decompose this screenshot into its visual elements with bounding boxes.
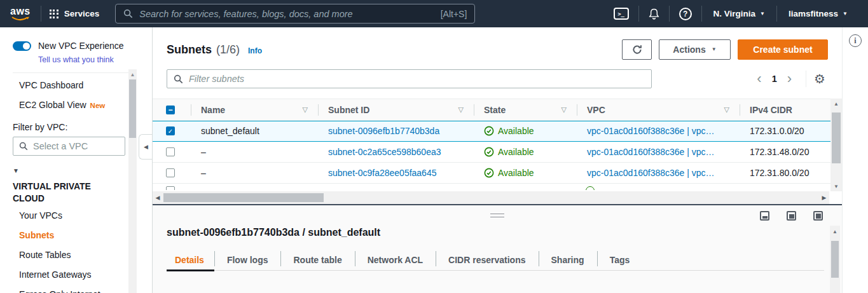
- scroll-up-icon[interactable]: ▲: [830, 226, 840, 235]
- sidebar-scrollbar[interactable]: ▲: [128, 69, 137, 293]
- state-label: Available: [498, 126, 534, 136]
- help-button[interactable]: ?: [670, 8, 701, 20]
- cell-ipv4-cidr: 172.31.80.0/20: [740, 168, 830, 178]
- cloudshell-button[interactable]: >_: [604, 8, 638, 20]
- check-icon: ✓: [168, 128, 173, 135]
- indeterminate-icon: −: [168, 106, 172, 114]
- column-header-vpc[interactable]: VPC ▽: [577, 99, 740, 120]
- sort-icon[interactable]: ▽: [303, 106, 308, 114]
- row-checkbox[interactable]: [166, 168, 175, 177]
- collapse-left-icon: ◀: [144, 144, 148, 150]
- panel-scrollbar[interactable]: ▲: [830, 226, 840, 293]
- region-selector[interactable]: N. Virginia ▼: [702, 9, 776, 18]
- actions-button[interactable]: Actions ▼: [659, 39, 731, 60]
- column-label: State: [484, 105, 506, 115]
- subnets-table: − Name ▽ Subnet ID ▽ State ▽ VPC ▽: [153, 99, 842, 204]
- table-row[interactable]: ✓ subnet_default subnet-0096efb1b7740b3d…: [153, 121, 830, 142]
- sort-icon[interactable]: ▽: [561, 106, 567, 114]
- vpc-filter-select[interactable]: [13, 137, 125, 156]
- scroll-down-icon[interactable]: ▼: [830, 184, 842, 189]
- services-grid-icon: [50, 10, 59, 18]
- global-search-box[interactable]: [Alt+S]: [115, 4, 475, 24]
- filter-subnets-input[interactable]: [189, 74, 645, 84]
- tab-route-table[interactable]: Route table: [280, 249, 354, 271]
- cell-subnet-id-link[interactable]: subnet-0c9fa28ee05faa645: [318, 168, 474, 178]
- previous-page-button[interactable]: ‹: [750, 72, 768, 85]
- sidebar-collapse-button[interactable]: ◀: [139, 134, 153, 160]
- info-icon[interactable]: i: [849, 34, 862, 47]
- next-page-button[interactable]: ›: [781, 72, 798, 85]
- panel-drag-handle[interactable]: [490, 214, 504, 217]
- tab-details[interactable]: Details: [167, 249, 214, 271]
- table-row[interactable]: – subnet-0c9fa28ee05faa645 Available vpc…: [153, 163, 830, 184]
- layout-bottom-half-button[interactable]: [787, 211, 796, 221]
- sidebar-scrollbar-thumb[interactable]: [129, 79, 136, 138]
- tab-flow-logs[interactable]: Flow logs: [214, 249, 281, 271]
- layout-bottom-small-button[interactable]: [760, 211, 769, 221]
- filter-subnets-box[interactable]: [167, 69, 652, 88]
- detail-tabs: Details Flow logs Route table Network AC…: [167, 249, 828, 271]
- column-header-ipv4-cidr[interactable]: IPv4 CIDR: [740, 99, 830, 120]
- tab-cidr-reservations[interactable]: CIDR reservations: [436, 249, 538, 271]
- cell-vpc-link[interactable]: vpc-01ac0d160f388c36e | vpc…: [577, 147, 740, 157]
- panel-scrollbar-thumb[interactable]: [831, 241, 839, 278]
- row-checkbox[interactable]: ✓: [166, 126, 175, 135]
- aws-logo[interactable]: aws: [10, 7, 31, 21]
- vertical-scrollbar[interactable]: ▲ ▼: [830, 99, 842, 191]
- services-label: Services: [64, 9, 100, 18]
- notifications-button[interactable]: [639, 8, 669, 20]
- table-row[interactable]: – subnet-0c2a65ce598b60ea3 Available vpc…: [153, 142, 830, 163]
- tab-network-acl[interactable]: Network ACL: [355, 249, 436, 271]
- horizontal-scrollbar[interactable]: ◀ ▶: [153, 191, 829, 204]
- column-label: VPC: [587, 105, 605, 115]
- available-check-icon: [484, 147, 494, 157]
- cell-subnet-id-link[interactable]: subnet-0c2a65ce598b60ea3: [318, 147, 474, 157]
- ec2-global-view-label: EC2 Global View: [19, 100, 86, 110]
- cell-name: subnet_default: [191, 126, 318, 136]
- feedback-link[interactable]: Tell us what you think: [38, 55, 152, 64]
- cell-vpc-link[interactable]: vpc-01ac0d160f388c36e | vpc…: [577, 168, 740, 178]
- sort-icon[interactable]: ▽: [458, 106, 464, 114]
- services-menu-button[interactable]: Services: [41, 9, 108, 18]
- layout-full-button[interactable]: [813, 211, 823, 221]
- row-checkbox[interactable]: [166, 147, 175, 156]
- column-header-state[interactable]: State ▽: [474, 99, 577, 120]
- sort-icon[interactable]: ▽: [724, 106, 729, 114]
- state-label: Available: [498, 147, 534, 157]
- tab-tags[interactable]: Tags: [597, 249, 643, 271]
- row-checkbox: [166, 186, 175, 190]
- cell-subnet-id-link[interactable]: subnet-0096efb1b7740b3da: [318, 126, 474, 136]
- cell-vpc-link[interactable]: vpc-01ac0d160f388c36e | vpc…: [577, 126, 740, 136]
- new-vpc-experience-toggle[interactable]: [13, 41, 31, 51]
- state-label: Available: [498, 168, 534, 178]
- column-header-name[interactable]: Name ▽: [191, 99, 318, 120]
- tab-sharing[interactable]: Sharing: [539, 249, 597, 271]
- horizontal-scrollbar-thumb[interactable]: [163, 193, 324, 202]
- create-subnet-button[interactable]: Create subnet: [738, 39, 828, 60]
- search-shortcut-hint: [Alt+S]: [441, 9, 467, 19]
- refresh-button[interactable]: [622, 39, 652, 60]
- available-check-icon: [484, 168, 494, 178]
- page-number: 1: [768, 74, 781, 84]
- vpc-filter-input[interactable]: [33, 141, 109, 151]
- info-link[interactable]: Info: [248, 44, 262, 55]
- new-badge: New: [90, 102, 106, 109]
- column-header-subnet-id[interactable]: Subnet ID ▽: [318, 99, 474, 120]
- table-settings-gear-icon[interactable]: ⚙: [814, 71, 828, 86]
- column-label: Subnet ID: [328, 105, 369, 115]
- available-check-icon: [484, 126, 494, 136]
- help-question-icon: ?: [679, 8, 692, 20]
- scroll-right-icon[interactable]: ▶: [819, 194, 829, 201]
- scroll-up-icon[interactable]: ▲: [830, 99, 842, 107]
- detail-panel-title: subnet-0096efb1b7740b3da / subnet_defaul…: [153, 205, 842, 238]
- global-search-input[interactable]: [139, 9, 434, 19]
- scroll-up-icon[interactable]: ▲: [128, 69, 137, 78]
- sidebar-divider: [13, 72, 128, 73]
- select-all-checkbox[interactable]: −: [166, 106, 175, 114]
- top-navigation-bar: aws Services [Alt+S] >_ ?: [0, 0, 868, 27]
- region-label: N. Virginia: [713, 9, 756, 18]
- cell-name: –: [191, 168, 318, 178]
- scroll-left-icon[interactable]: ◀: [153, 194, 163, 201]
- account-menu[interactable]: liamsfitness ▼: [777, 9, 859, 18]
- vertical-scrollbar-thumb[interactable]: [832, 112, 841, 163]
